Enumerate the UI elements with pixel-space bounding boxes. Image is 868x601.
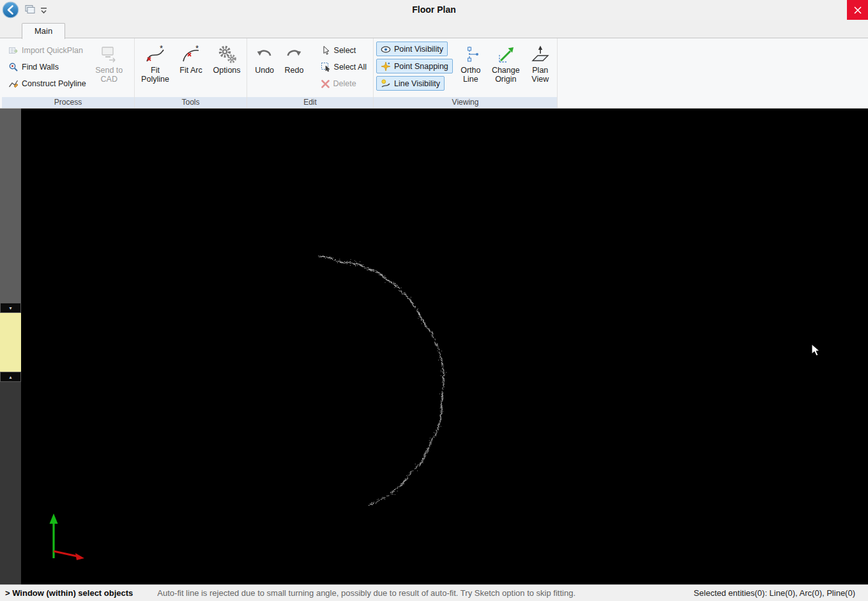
find-walls-button[interactable]: Find Walls [4,59,90,75]
workspace: ▼ ▲ [0,109,868,584]
import-quickplan-icon [8,45,19,56]
ribbon-group-tools: * Fit Polyline * Fit Arc [135,38,247,108]
send-to-cad-label: Send to CAD [94,66,125,84]
ortho-line-button[interactable]: Ortho Line [457,38,485,96]
group-label-process: Process [2,97,134,108]
delete-icon [321,79,330,89]
point-snapping-icon [381,61,391,72]
group-label-edit: Edit [247,97,373,108]
fit-polyline-button[interactable]: * Fit Polyline [139,38,172,96]
status-bar: > Window (within) select objects Auto-fi… [0,584,868,601]
construct-polyline-button[interactable]: Construct Polyline [4,75,90,92]
redo-button[interactable]: Redo [282,38,306,96]
drawing-canvas[interactable] [21,109,868,584]
change-origin-label: Change Origin [489,66,523,84]
scroll-down-icon: ▼ [8,306,13,310]
select-button[interactable]: Select [317,42,370,59]
ortho-line-icon [461,44,481,65]
line-visibility-icon [381,79,391,89]
scroll-up-button[interactable]: ▲ [0,372,21,382]
options-button[interactable]: Options [210,38,243,96]
app-window: Floor Plan Main Import [0,0,868,601]
find-walls-icon [8,62,19,72]
svg-text:*: * [195,44,199,53]
ribbon: Import QuickPlan Find Walls [0,38,868,109]
ortho-line-label: Ortho Line [457,66,485,84]
redo-label: Redo [284,66,303,75]
tab-main[interactable]: Main [22,23,65,39]
ribbon-group-viewing: Point Visibility Point Snapping [374,38,558,108]
plan-view-label: Plan View [527,66,554,84]
send-to-cad-icon [100,45,119,64]
delete-button[interactable]: Delete [317,75,370,92]
close-icon [854,6,862,14]
select-label: Select [334,46,356,55]
fit-arc-button[interactable]: * Fit Arc [174,38,208,96]
select-all-icon [321,62,331,72]
construct-polyline-icon [8,79,19,89]
plan-view-icon [530,44,551,65]
undo-label: Undo [255,66,274,75]
scroll-up-icon: ▲ [8,375,13,379]
delete-label: Delete [333,79,356,88]
send-to-cad-button[interactable]: Send to CAD [94,38,125,96]
ribbon-tab-strip: Main [0,20,868,38]
line-visibility-toggle[interactable]: Line Visibility [376,76,445,91]
construct-polyline-label: Construct Polyline [22,79,86,88]
options-label: Options [213,66,240,75]
scroll-down-button[interactable]: ▼ [0,303,21,313]
select-all-button[interactable]: Select All [317,59,370,75]
eye-icon [381,44,391,54]
change-origin-button[interactable]: Change Origin [489,38,523,96]
import-quickplan-label: Import QuickPlan [22,46,83,55]
find-walls-label: Find Walls [22,63,59,72]
side-panel: ▼ ▲ [0,109,21,584]
svg-text:*: * [160,44,163,53]
group-label-viewing: Viewing [374,97,557,108]
point-snapping-toggle[interactable]: Point Snapping [376,59,453,73]
title-bar: Floor Plan [0,0,868,20]
selection-summary: Selected entities(0): Line(0), Arc(0), P… [694,588,868,598]
side-panel-track-bottom [0,382,21,584]
redo-icon [285,45,303,63]
status-message: Auto-fit line is rejected due to small t… [157,588,694,598]
fit-polyline-icon: * [145,44,165,65]
plan-view-button[interactable]: Plan View [527,38,554,96]
change-origin-icon [496,44,516,65]
group-label-tools: Tools [135,97,247,108]
undo-button[interactable]: Undo [252,38,277,96]
point-visibility-toggle[interactable]: Point Visibility [376,42,448,56]
command-prompt-text: > Window (within) select objects [5,588,133,598]
options-icon [217,44,237,65]
fit-arc-label: Fit Arc [179,66,202,75]
range-indicator[interactable] [0,313,21,372]
ribbon-group-edit: Undo Redo Se [247,38,374,108]
select-all-label: Select All [334,63,367,72]
fit-polyline-label: Fit Polyline [139,66,172,84]
close-button[interactable] [847,0,868,20]
point-snapping-label: Point Snapping [394,62,448,71]
point-visibility-label: Point Visibility [394,45,443,54]
ribbon-group-process: Import QuickPlan Find Walls [2,38,135,108]
import-quickplan-button[interactable]: Import QuickPlan [4,42,90,59]
side-panel-track-top [0,109,21,303]
fit-arc-icon: * [181,44,201,65]
line-visibility-label: Line Visibility [394,79,440,88]
select-icon [321,45,331,56]
window-title: Floor Plan [0,0,868,20]
undo-icon [255,45,273,63]
